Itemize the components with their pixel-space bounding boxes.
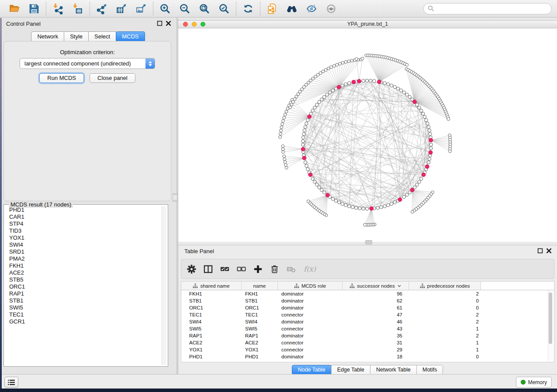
search-binoculars-icon[interactable] — [286, 3, 298, 15]
mcds-result-item[interactable]: FKH1 — [5, 262, 162, 269]
network-graph[interactable] — [178, 28, 557, 242]
cell-successor-nodes: 62 — [343, 298, 409, 303]
status-bar: Memory — [0, 374, 557, 389]
mcds-result-item[interactable]: TID3 — [5, 227, 162, 234]
zoom-out-icon[interactable] — [179, 3, 191, 15]
close-panel-icon[interactable] — [166, 21, 171, 26]
settings-gear-icon[interactable] — [187, 263, 197, 275]
panel-divider-handle[interactable] — [173, 193, 177, 202]
mcds-result-item[interactable]: ACE2 — [5, 269, 162, 276]
save-session-icon[interactable] — [28, 3, 40, 15]
table-row[interactable]: SWI5SWI5connector431 — [181, 325, 554, 332]
import-network-icon[interactable] — [52, 3, 64, 15]
criterion-value: largest connected component (undirected) — [24, 58, 131, 69]
cell-name: PHD1 — [242, 354, 278, 359]
table-scrollbar[interactable] — [548, 290, 553, 361]
table-panel-header: Table Panel — [178, 245, 557, 257]
mcds-result-item[interactable]: GCR1 — [5, 318, 162, 325]
mcds-result-item[interactable]: PHD1 — [5, 206, 162, 213]
table-row[interactable]: YOX1YOX1connector291 — [181, 346, 554, 353]
tab-select[interactable]: Select — [88, 31, 116, 42]
float-table-panel-icon[interactable] — [537, 248, 543, 254]
zoom-selected-icon[interactable] — [218, 3, 230, 15]
export-network-icon[interactable] — [96, 3, 108, 15]
table-row[interactable]: RAP1RAP1dominator352 — [181, 332, 554, 339]
network-window: YPA_prune.txt_1 — [178, 20, 557, 242]
table-row[interactable]: ORC1ORC1dominator610 — [181, 304, 554, 311]
close-table-panel-icon[interactable] — [546, 248, 552, 254]
add-row-icon[interactable] — [253, 263, 263, 275]
node-table: shared namenameMCDS rolesuccessor nodesp… — [181, 281, 554, 362]
memory-button[interactable]: Memory — [516, 377, 552, 388]
table-row[interactable]: FKH1FKH1dominator962 — [181, 290, 554, 297]
network-canvas[interactable] — [178, 28, 557, 242]
column-header-successor-nodes[interactable]: successor nodes — [343, 282, 409, 290]
network-titlebar[interactable]: YPA_prune.txt_1 — [178, 21, 557, 28]
column-header-MCDS-role[interactable]: MCDS role — [278, 282, 343, 290]
mcds-result-item[interactable]: STB5 — [5, 276, 162, 283]
delete-row-icon[interactable] — [270, 263, 280, 275]
column-header-name[interactable]: name — [242, 282, 278, 290]
zoom-in-icon[interactable] — [159, 3, 171, 15]
app-window: Control Panel NetworkStyleSelectMCDS Opt… — [0, 0, 557, 389]
table-scrollbar-thumb[interactable] — [549, 292, 552, 344]
mcds-list-scrollbar[interactable] — [162, 206, 166, 365]
cell-predecessor-nodes: 0 — [409, 354, 481, 359]
tab-node-table[interactable]: Node Table — [292, 365, 332, 375]
search-input[interactable] — [437, 5, 547, 12]
table-row[interactable]: SWI4SWI4dominator462 — [181, 318, 554, 325]
tab-motifs[interactable]: Motifs — [416, 365, 443, 375]
mcds-result-item[interactable]: SWI4 — [5, 241, 162, 248]
cell-successor-nodes: 47 — [343, 312, 409, 317]
tab-style[interactable]: Style — [64, 31, 89, 42]
mcds-result-item[interactable]: SWI5 — [5, 304, 162, 311]
mcds-result-item[interactable]: STP4 — [5, 220, 162, 227]
mcds-result-item[interactable]: STB1 — [5, 297, 162, 304]
cell-MCDS-role: dominator — [278, 354, 343, 359]
cell-predecessor-nodes: 0 — [409, 305, 481, 310]
table-row[interactable]: ACE2ACE2connector311 — [181, 339, 554, 346]
column-header-shared-name[interactable]: shared name — [181, 282, 242, 290]
mcds-result-item[interactable]: TEC1 — [5, 311, 162, 318]
show-panels-button[interactable] — [4, 377, 18, 388]
select-all-icon[interactable] — [220, 263, 230, 275]
show-columns-icon[interactable] — [203, 263, 213, 275]
refresh-view-icon[interactable] — [242, 3, 254, 15]
table-row[interactable]: TEC1TEC1connector472 — [181, 311, 554, 318]
deselect-all-icon[interactable] — [236, 263, 246, 275]
network-table-divider-handle[interactable] — [365, 240, 372, 244]
float-panel-icon[interactable] — [157, 21, 163, 26]
table-panel: Table Panel f(x) shared namenameMCDS rol… — [178, 245, 557, 375]
cell-shared-name: FKH1 — [181, 291, 242, 296]
mcds-result-item[interactable]: YOX1 — [5, 234, 162, 241]
cell-successor-nodes: 46 — [343, 319, 409, 324]
zoom-fit-icon[interactable] — [198, 3, 211, 15]
hide-selected-icon[interactable] — [305, 3, 318, 15]
cell-predecessor-nodes: 2 — [409, 291, 481, 296]
run-mcds-button[interactable]: Run MCDS — [39, 73, 84, 83]
cell-name: ACE2 — [242, 340, 278, 345]
tab-network[interactable]: Network — [31, 31, 64, 42]
mcds-result-item[interactable]: SRD1 — [5, 248, 162, 255]
network-search-box[interactable] — [423, 3, 552, 14]
mcds-result-item[interactable]: ORC1 — [5, 283, 162, 290]
mcds-result-list[interactable]: PHD1CAR1STP4TID3YOX1SWI4SRD1PMA2FKH1ACE2… — [5, 206, 162, 365]
clone-network-icon[interactable] — [266, 3, 278, 15]
cell-name: FKH1 — [242, 291, 278, 296]
table-row[interactable]: PHD1PHD1dominator180 — [181, 353, 554, 360]
mcds-result-item[interactable]: RAP1 — [5, 290, 162, 297]
mcds-result-item[interactable]: PMA2 — [5, 255, 162, 262]
import-table-icon[interactable] — [72, 3, 84, 15]
tab-network-table[interactable]: Network Table — [370, 365, 417, 375]
export-table-icon[interactable] — [115, 3, 128, 15]
dropdown-stepper-icon — [145, 58, 155, 69]
tab-edge-table[interactable]: Edge Table — [331, 365, 370, 375]
table-row[interactable]: STB1STB1dominator620 — [181, 297, 554, 304]
tab-mcds[interactable]: MCDS — [116, 31, 145, 42]
close-panel-button[interactable]: Close panel — [90, 73, 135, 83]
column-header-predecessor-nodes[interactable]: predecessor nodes — [409, 282, 481, 290]
export-image-icon[interactable] — [135, 3, 147, 15]
mcds-result-item[interactable]: CAR1 — [5, 213, 162, 220]
criterion-dropdown[interactable]: largest connected component (undirected) — [20, 58, 155, 69]
open-file-icon[interactable] — [8, 3, 21, 15]
